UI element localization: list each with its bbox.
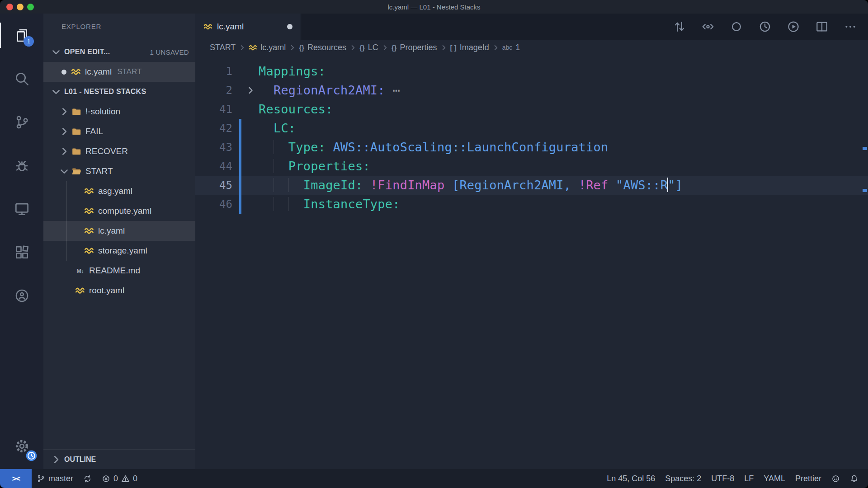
- file-decoration: START: [117, 67, 142, 76]
- close-button[interactable]: [6, 4, 13, 10]
- breadcrumb-label: LC: [368, 43, 378, 52]
- open-editor-item-lc-yaml[interactable]: lc.yamlSTART: [43, 62, 195, 82]
- feedback-button[interactable]: [826, 469, 845, 488]
- fold-space: [242, 176, 259, 195]
- activity-bottom: [0, 426, 43, 466]
- code-text[interactable]: Mappings:: [259, 62, 326, 81]
- breadcrumb-1[interactable]: abc1: [501, 43, 521, 52]
- md-file-icon: M↓: [75, 266, 85, 276]
- code-text[interactable]: LC:: [259, 119, 296, 138]
- tree-item-root-yaml[interactable]: root.yaml: [43, 281, 195, 300]
- code-text[interactable]: Properties:: [259, 157, 370, 176]
- tree-item-fail[interactable]: FAIL: [43, 122, 195, 141]
- code-lens-button[interactable]: [693, 14, 722, 40]
- modified-line-indicator: [239, 157, 242, 176]
- code-text[interactable]: InstanceType:: [259, 195, 400, 214]
- code-text[interactable]: RegionArch2AMI: ⋯: [259, 81, 400, 100]
- folder-name: FAIL: [85, 127, 103, 136]
- line-number[interactable]: 41: [195, 100, 239, 119]
- breadcrumb-start[interactable]: START: [209, 43, 236, 52]
- breadcrumb-resources[interactable]: {}Resources: [298, 43, 347, 52]
- cursor-position-status[interactable]: Ln 45, Col 56: [602, 469, 660, 488]
- breadcrumb-label: START: [210, 43, 236, 52]
- smiley-icon: [831, 474, 840, 483]
- indentation: Spaces: 2: [665, 474, 701, 483]
- activity-explorer[interactable]: 1: [0, 14, 43, 57]
- breadcrumb-lc[interactable]: {}LC: [359, 43, 379, 52]
- modified-dot-icon[interactable]: [287, 24, 292, 29]
- extensions-icon: [14, 244, 30, 260]
- fold-chevron[interactable]: [242, 81, 259, 100]
- tab-lc-yaml[interactable]: lc.yaml: [195, 14, 301, 40]
- status-right: Ln 45, Col 56 Spaces: 2 UTF-8 LF YAML Pr…: [602, 469, 868, 488]
- sync-button[interactable]: [78, 469, 97, 488]
- folder-icon: [71, 166, 81, 176]
- activity-search[interactable]: [0, 57, 43, 100]
- file-name: root.yaml: [89, 286, 124, 296]
- activity-manage[interactable]: [0, 426, 43, 466]
- tree-item-solution[interactable]: !-solution: [43, 102, 195, 122]
- explorer-rows: OPEN EDIT...1 UNSAVEDlc.yamlSTARTL01 - N…: [43, 42, 195, 300]
- line-number[interactable]: 43: [195, 138, 239, 157]
- compare-changes-button[interactable]: [665, 14, 693, 40]
- formatter-status[interactable]: Prettier: [790, 469, 826, 488]
- code-text[interactable]: ImageId: !FindInMap [RegionArch2AMI, !Re…: [259, 176, 683, 195]
- language-status[interactable]: YAML: [759, 469, 790, 488]
- title-bar: lc.yaml — L01 - Nested Stacks: [0, 0, 868, 14]
- activity-top: 1: [0, 14, 43, 317]
- activity-live-share[interactable]: [0, 274, 43, 317]
- zoom-button[interactable]: [27, 4, 34, 10]
- project-section-header[interactable]: L01 - NESTED STACKS: [43, 82, 195, 102]
- chevron-right-icon: [51, 454, 61, 465]
- open-editors-header[interactable]: OPEN EDIT...1 UNSAVED: [43, 42, 195, 62]
- tree-item-recover[interactable]: RECOVER: [43, 141, 195, 161]
- activity-extensions[interactable]: [0, 230, 43, 274]
- code-text[interactable]: Resources:: [259, 100, 333, 119]
- code-line-1: 1Mappings:: [195, 62, 868, 81]
- split-editor-button[interactable]: [807, 14, 836, 40]
- outline-section[interactable]: OUTLINE: [43, 449, 195, 469]
- activity-run-and-debug[interactable]: [0, 144, 43, 187]
- array-symbol-icon: [ ]: [450, 44, 457, 52]
- line-number[interactable]: 44: [195, 157, 239, 176]
- split-editor-icon: [815, 20, 829, 33]
- notifications-button[interactable]: [845, 469, 863, 488]
- line-number[interactable]: 46: [195, 195, 239, 214]
- breadcrumb-label: lc.yaml: [260, 43, 286, 52]
- indentation-status[interactable]: Spaces: 2: [660, 469, 706, 488]
- breadcrumb-lc-yaml[interactable]: lc.yaml: [248, 43, 287, 52]
- line-number[interactable]: 1: [195, 62, 239, 81]
- breadcrumb-properties[interactable]: {}Properties: [391, 43, 438, 52]
- status-left: >< master 0 0: [0, 469, 142, 488]
- tree-item-start[interactable]: START: [43, 161, 195, 181]
- folder-name: START: [85, 166, 113, 176]
- line-number[interactable]: 2: [195, 81, 239, 100]
- sidebar-title: EXPLORER: [61, 18, 101, 34]
- run-code-button[interactable]: [779, 14, 807, 40]
- activity-source-control[interactable]: [0, 100, 43, 144]
- encoding-status[interactable]: UTF-8: [706, 469, 739, 488]
- breadcrumb-imageid[interactable]: [ ]ImageId: [449, 43, 490, 52]
- line-number[interactable]: 42: [195, 119, 239, 138]
- git-branch-status[interactable]: master: [32, 469, 78, 488]
- file-name: README.md: [89, 266, 140, 276]
- remote-indicator[interactable]: ><: [0, 469, 32, 488]
- tree-item-readme-md[interactable]: M↓README.md: [43, 261, 195, 281]
- file-name: storage.yaml: [98, 246, 147, 256]
- minimize-button[interactable]: [17, 4, 24, 10]
- circle-button[interactable]: [722, 14, 750, 40]
- eol: LF: [744, 474, 754, 483]
- code-text[interactable]: Type: AWS::AutoScaling::LaunchConfigurat…: [259, 138, 608, 157]
- breadcrumb-separator-icon: [349, 44, 357, 52]
- fold-space: [242, 138, 259, 157]
- editor-content[interactable]: 1Mappings:2 RegionArch2AMI: ⋯41Resources…: [195, 55, 868, 469]
- overview-ruler[interactable]: [862, 55, 868, 469]
- activity-remote-explorer[interactable]: [0, 187, 43, 230]
- line-number[interactable]: 45: [195, 176, 239, 195]
- more-actions-button[interactable]: [836, 14, 864, 40]
- problems-status[interactable]: 0 0: [97, 469, 142, 488]
- more-actions-icon: [844, 20, 857, 33]
- file-history-button[interactable]: [750, 14, 779, 40]
- eol-status[interactable]: LF: [739, 469, 759, 488]
- code-line-44: 44 Properties:: [195, 157, 868, 176]
